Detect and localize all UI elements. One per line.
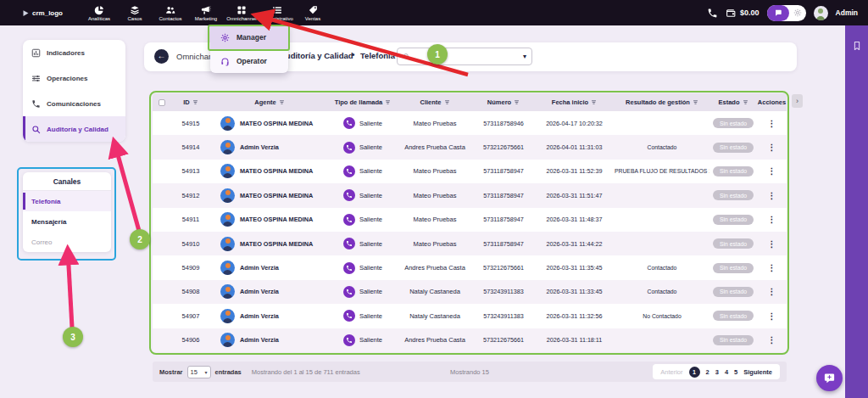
column-header[interactable]: Fecha inicio bbox=[534, 98, 615, 106]
phone-icon[interactable] bbox=[707, 8, 718, 19]
row-actions-button[interactable]: ⋮ bbox=[757, 166, 787, 176]
caret-down-icon[interactable]: ▾ bbox=[523, 53, 526, 60]
navbar-item-omnichannel[interactable]: Omnichannel bbox=[224, 5, 259, 21]
table-row[interactable]: 54907 Admin Verzia Saliente Nataly Casta… bbox=[153, 304, 787, 328]
bookmark-icon[interactable] bbox=[852, 39, 862, 398]
table-row[interactable]: 54911 MATEO OSPINA MEDINA Saliente Mateo… bbox=[153, 208, 787, 232]
agent-avatar bbox=[220, 333, 235, 347]
page-size-label: Mostrar bbox=[159, 368, 183, 376]
sort-icon[interactable] bbox=[591, 99, 597, 105]
page-button-5[interactable]: 5 bbox=[734, 368, 737, 376]
page-button-3[interactable]: 3 bbox=[715, 368, 719, 376]
app-logo[interactable]: crm_logo bbox=[22, 9, 63, 17]
mode-toggle[interactable] bbox=[767, 5, 806, 21]
table-row[interactable]: 54910 MATEO OSPINA MEDINA Saliente Mateo… bbox=[153, 232, 787, 255]
user-avatar[interactable] bbox=[814, 6, 828, 20]
settings-mode-button[interactable] bbox=[789, 8, 806, 17]
row-actions-button[interactable]: ⋮ bbox=[757, 143, 787, 152]
wallet-balance[interactable]: $0.00 bbox=[726, 8, 760, 19]
wallet-icon bbox=[726, 8, 737, 19]
row-actions-button[interactable]: ⋮ bbox=[757, 311, 787, 321]
sidebar-item-comunicaciones[interactable]: Comunicaciones bbox=[23, 91, 125, 116]
navbar-item-label: Omnichannel bbox=[226, 16, 256, 21]
cell-fecha-inicio: 2026-04-01 11:31:03 bbox=[534, 143, 615, 151]
breadcrumb-section[interactable]: Auditoría y Calidad bbox=[280, 51, 353, 60]
page-size-value: 15 bbox=[191, 368, 198, 376]
table-row[interactable]: 54913 MATEO OSPINA MEDINA Saliente Mateo… bbox=[153, 160, 787, 183]
page-button-1[interactable]: 1 bbox=[689, 367, 700, 378]
page-button-2[interactable]: 2 bbox=[706, 368, 709, 376]
page-size-select[interactable]: 15 ▾ bbox=[187, 366, 211, 378]
row-actions-button[interactable]: ⋮ bbox=[757, 287, 787, 296]
column-header[interactable]: Agente bbox=[210, 98, 329, 106]
outgoing-call-icon bbox=[343, 310, 355, 322]
new-chat-fab[interactable] bbox=[816, 365, 843, 391]
chat-mode-button[interactable] bbox=[767, 5, 789, 21]
select-all-checkbox[interactable] bbox=[159, 99, 165, 106]
entries-info: Mostrando del 1 al 15 de 711 entradas bbox=[252, 368, 360, 376]
user-name[interactable]: Admin bbox=[836, 8, 858, 17]
sidebar-item-operaciones[interactable]: Operaciones bbox=[23, 65, 125, 91]
column-header[interactable]: Estado bbox=[709, 98, 757, 106]
chat-icon bbox=[774, 8, 782, 17]
sidebar-item-label: Indicadores bbox=[47, 49, 85, 57]
sort-icon[interactable] bbox=[693, 99, 698, 105]
row-actions-button[interactable]: ⋮ bbox=[757, 215, 787, 224]
cell-numero: 573212675661 bbox=[473, 143, 534, 151]
column-header[interactable]: Número bbox=[473, 98, 534, 106]
column-header[interactable]: Tipo de llamada bbox=[329, 98, 397, 106]
sort-icon[interactable] bbox=[279, 99, 285, 105]
list-icon bbox=[272, 5, 282, 15]
previous-page-button[interactable]: Anterior bbox=[660, 368, 682, 376]
status-badge: Sin estado bbox=[713, 215, 754, 225]
row-actions-button[interactable]: ⋮ bbox=[757, 119, 787, 128]
outgoing-call-icon bbox=[343, 214, 355, 226]
column-header[interactable]: Cliente bbox=[397, 98, 473, 106]
page-button-4[interactable]: 4 bbox=[725, 368, 728, 376]
row-actions-button[interactable]: ⋮ bbox=[757, 191, 787, 200]
agent-avatar bbox=[220, 164, 235, 178]
navbar-item-casos[interactable]: Casos bbox=[117, 5, 153, 21]
channel-item-correo[interactable]: Correo bbox=[23, 232, 111, 252]
cell-agente: MATEO OSPINA MEDINA bbox=[210, 164, 329, 178]
table-scroll-right-button[interactable]: › bbox=[792, 94, 803, 108]
column-header[interactable]: Resultado de gestión bbox=[615, 98, 709, 106]
navbar-item-marketing[interactable]: Marketing bbox=[188, 5, 224, 21]
table-row[interactable]: 54906 Admin Verzia Saliente Andres Prueb… bbox=[153, 328, 787, 352]
status-badge: Sin estado bbox=[713, 118, 754, 128]
sort-icon[interactable] bbox=[444, 99, 450, 105]
menu-item-operator[interactable]: Operator bbox=[210, 49, 288, 73]
status-badge: Sin estado bbox=[713, 190, 754, 200]
sort-icon[interactable] bbox=[192, 99, 198, 105]
sort-icon[interactable] bbox=[743, 99, 748, 105]
row-actions-button[interactable]: ⋮ bbox=[757, 239, 787, 249]
agent-avatar bbox=[220, 140, 235, 154]
navbar-item-contactos[interactable]: Contactos bbox=[153, 5, 188, 21]
next-page-button[interactable]: Siguiente bbox=[743, 368, 772, 376]
table-row[interactable]: 54915 MATEO OSPINA MEDINA Saliente Mateo… bbox=[153, 111, 787, 135]
row-actions-button[interactable]: ⋮ bbox=[757, 335, 787, 345]
sort-icon[interactable] bbox=[385, 99, 391, 105]
column-header[interactable]: Acciones bbox=[757, 98, 787, 106]
channel-item-telefonia[interactable]: Telefonía bbox=[23, 191, 111, 211]
table-row[interactable]: 54912 MATEO OSPINA MEDINA Saliente Mateo… bbox=[153, 183, 787, 207]
row-actions-button[interactable]: ⋮ bbox=[757, 263, 787, 272]
navbar-item-administrativo[interactable]: Administrativo bbox=[259, 5, 295, 21]
sort-icon[interactable] bbox=[514, 99, 520, 105]
breadcrumb-current[interactable]: Telefonía bbox=[360, 51, 395, 60]
channels-list: Telefonía Mensajería Correo bbox=[23, 191, 111, 252]
menu-item-manager[interactable]: Manager bbox=[210, 25, 288, 49]
table-row[interactable]: 54908 Admin Verzia Saliente Nataly Casta… bbox=[153, 280, 787, 304]
back-button[interactable]: ← bbox=[154, 49, 169, 64]
search-box[interactable]: ▾ bbox=[397, 48, 532, 65]
sidebar-item-indicadores[interactable]: Indicadores bbox=[23, 40, 125, 65]
channel-item-mensajeria[interactable]: Mensajería bbox=[23, 211, 111, 232]
navbar-item-analiticas[interactable]: Analíticas bbox=[81, 5, 117, 21]
navbar-item-ventas[interactable]: Ventas bbox=[295, 5, 331, 21]
table-row[interactable]: 54909 Admin Verzia Saliente Andres Prueb… bbox=[153, 255, 787, 279]
table-row[interactable]: 54914 Admin Verzia Saliente Andres Prueb… bbox=[153, 135, 787, 159]
column-header[interactable]: ID bbox=[171, 98, 210, 106]
call-type-label: Saliente bbox=[359, 192, 382, 199]
call-type-label: Saliente bbox=[359, 143, 382, 151]
sidebar-item-auditoria[interactable]: Auditoría y Calidad bbox=[23, 116, 125, 142]
